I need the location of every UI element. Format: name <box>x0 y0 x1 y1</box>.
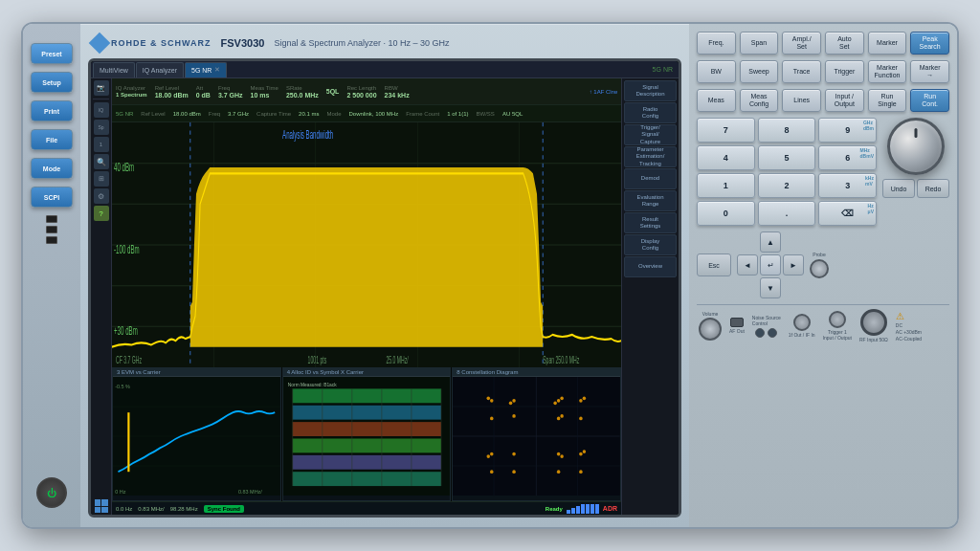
marker-to-button[interactable]: Marker → <box>910 60 949 83</box>
svg-rect-32 <box>292 422 440 436</box>
lines-button[interactable]: Lines <box>782 89 821 112</box>
main-knob[interactable] <box>887 118 945 175</box>
sidebar-icon-spectrum[interactable]: Sp <box>94 120 109 135</box>
sidebar-icon-settings[interactable]: ⚙ <box>94 188 109 204</box>
nav-up-button[interactable]: ▲ <box>760 231 781 253</box>
rf-input-connector: RF Input 50Ω <box>859 309 888 342</box>
usb-ports <box>46 215 57 244</box>
freq-button[interactable]: Freq. <box>697 32 736 55</box>
trigger-button[interactable]: Trigger <box>825 60 864 83</box>
tab-iq-analyzer[interactable]: IQ Analyzer <box>136 62 184 77</box>
key-3[interactable]: 3kHzmV <box>818 173 877 198</box>
key-2[interactable]: 2 <box>758 173 816 198</box>
probe-connector[interactable] <box>810 259 829 278</box>
svg-text:40 dBm: 40 dBm <box>114 161 134 174</box>
sidebar-icon-iq[interactable]: IQ <box>94 102 109 118</box>
esc-button[interactable]: Esc <box>697 253 731 276</box>
sidebar-icon-1[interactable]: 1 <box>94 137 109 152</box>
input-output-button[interactable]: Input / Output <box>825 89 864 112</box>
scpi-button[interactable]: SCPI <box>31 187 73 208</box>
print-button[interactable]: Print <box>31 100 73 121</box>
instrument-body: Preset Setup Print File Mode SCPI ⏻ ROHD… <box>21 22 959 529</box>
display-config-btn[interactable]: Display Config <box>624 234 677 255</box>
meas-button[interactable]: Meas <box>697 89 736 112</box>
sidebar-icon-grid[interactable]: ⊞ <box>94 171 109 187</box>
trace-button[interactable]: Trace <box>782 60 821 83</box>
key-5[interactable]: 5 <box>758 145 816 170</box>
peak-search-button[interactable]: Peak Search <box>910 32 949 55</box>
volume-knob[interactable] <box>699 318 722 341</box>
nav-left-button[interactable]: ◄ <box>737 254 758 276</box>
sidebar-icon-camera[interactable]: 📷 <box>94 80 109 96</box>
panel-evm-carrier: 3 EVM vs Carrier <box>112 367 281 501</box>
radio-config-btn[interactable]: Radio Config <box>624 102 677 123</box>
sidebar-icon-help[interactable]: ? <box>94 206 109 221</box>
tab-close-icon[interactable]: ✕ <box>214 66 220 74</box>
ready-status: Ready <box>546 506 563 512</box>
sidebar-icon-search[interactable]: 🔍 <box>94 154 109 169</box>
power-button[interactable]: ⏻ <box>36 477 67 508</box>
nav-enter-button[interactable]: ↵ <box>760 254 781 276</box>
connector-row: Volume AF Out Noise SourceControl 1f Out… <box>697 304 949 346</box>
run-cont-button[interactable]: Run Cont. <box>910 89 949 112</box>
trigger1-bnc[interactable] <box>829 311 846 328</box>
info-group-rbw: RBW 234 kHz <box>385 85 410 99</box>
panel-constellation-svg <box>453 377 620 496</box>
screen-right-sidebar: Signal Description Radio Config Trigger/… <box>621 78 679 515</box>
bw-button[interactable]: BW <box>697 60 736 83</box>
mode-button[interactable]: Mode <box>31 158 73 179</box>
source-conn-1[interactable] <box>755 328 765 338</box>
meas-config-button[interactable]: Meas Config <box>740 89 779 112</box>
signal-desc-btn[interactable]: Signal Description <box>624 80 677 101</box>
signal-bars <box>567 504 599 514</box>
result-settings-btn[interactable]: Result Settings <box>624 212 677 233</box>
usb-port-1[interactable] <box>46 215 57 223</box>
key-backspace[interactable]: ⌫HzμV <box>818 201 877 226</box>
overview-btn[interactable]: Overview <box>624 256 677 277</box>
af-out-jack[interactable] <box>730 318 744 327</box>
key-7[interactable]: 7 <box>697 118 755 143</box>
param-estim-btn[interactable]: Parameter Estimation/ Tracking <box>624 146 677 167</box>
svg-rect-34 <box>292 455 440 470</box>
volume-label: Volume <box>702 311 719 317</box>
key-dot[interactable]: . <box>758 201 816 226</box>
preset-button[interactable]: Preset <box>31 43 73 64</box>
ac-coupled-label: AC-Coupled <box>896 336 922 342</box>
info-group-srate: SRate 250.0 MHz <box>286 85 319 99</box>
marker-function-button[interactable]: Marker Function <box>868 60 907 83</box>
svg-point-67 <box>583 450 586 453</box>
undo-button[interactable]: Undo <box>882 179 915 198</box>
sweep-button[interactable]: Sweep <box>740 60 779 83</box>
redo-button[interactable]: Redo <box>917 179 949 198</box>
trigger-btn[interactable]: Trigger/ Signal/ Capture <box>624 124 677 145</box>
demod-btn[interactable]: Demod <box>624 168 677 189</box>
svg-point-69 <box>580 470 583 474</box>
span-button[interactable]: Span <box>740 32 779 55</box>
source-conn-2[interactable] <box>768 328 777 338</box>
ampl-button[interactable]: Ampl./ Set <box>782 32 821 55</box>
if-out-bnc[interactable] <box>793 314 811 331</box>
run-single-button[interactable]: Run Single <box>868 89 907 112</box>
tab-5g-nr[interactable]: 5G NR ✕ <box>185 62 227 77</box>
nav-down-button[interactable]: ▼ <box>760 277 781 298</box>
dc-label: DC <box>896 322 902 328</box>
key-8[interactable]: 8 <box>758 118 816 143</box>
key-0[interactable]: 0 <box>697 201 755 226</box>
key-6[interactable]: 6MHzdBmV <box>818 145 877 170</box>
key-4[interactable]: 4 <box>697 145 755 170</box>
nav-right-button[interactable]: ► <box>783 254 804 276</box>
usb-port-2[interactable] <box>46 226 57 233</box>
autoset-button[interactable]: Auto Set <box>825 32 864 55</box>
tab-multiview[interactable]: MultiView <box>93 62 135 77</box>
rf-input-bnc[interactable] <box>860 309 887 336</box>
eval-range-btn[interactable]: Evaluation Range <box>624 190 677 211</box>
usb-port-3[interactable] <box>46 236 57 244</box>
file-button[interactable]: File <box>31 129 73 150</box>
info-group-sql: 5QL <box>326 88 340 95</box>
key-9[interactable]: 9GHzdBm <box>818 118 877 143</box>
setup-button[interactable]: Setup <box>31 72 73 93</box>
svg-point-50 <box>557 399 560 403</box>
svg-point-71 <box>487 454 490 458</box>
key-1[interactable]: 1 <box>697 173 755 198</box>
marker-button[interactable]: Marker <box>868 32 907 55</box>
